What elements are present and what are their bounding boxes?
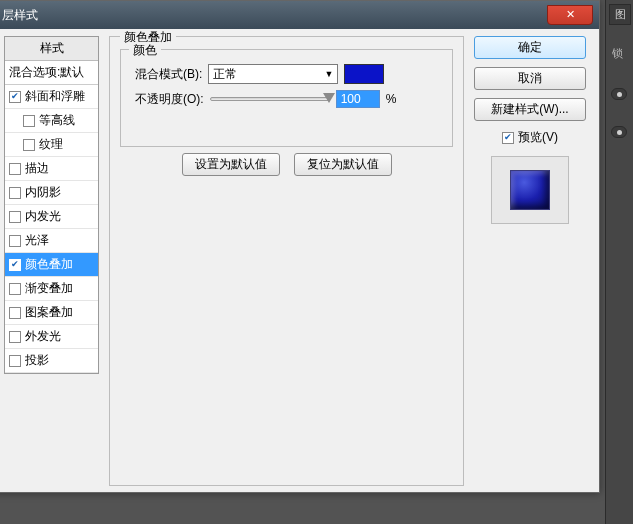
style-row-11[interactable]: 投影 <box>5 349 98 373</box>
style-checkbox[interactable] <box>23 115 35 127</box>
style-checkbox[interactable] <box>9 331 21 343</box>
right-column: 确定 取消 新建样式(W)... 预览(V) <box>474 36 586 224</box>
style-label: 内发光 <box>25 208 61 225</box>
slider-thumb-icon[interactable] <box>323 93 335 103</box>
effect-settings-group: 颜色叠加 颜色 混合模式(B): 正常 ▼ 不透明度(O): <box>109 36 464 486</box>
preview-box <box>491 156 569 224</box>
cancel-button[interactable]: 取消 <box>474 67 586 90</box>
panel-tab[interactable]: 图 <box>609 4 631 25</box>
style-row-9[interactable]: 图案叠加 <box>5 301 98 325</box>
style-label: 描边 <box>25 160 49 177</box>
ok-button[interactable]: 确定 <box>474 36 586 59</box>
preview-checkbox-row[interactable]: 预览(V) <box>474 129 586 146</box>
preview-label: 预览(V) <box>518 129 558 146</box>
style-label: 内阴影 <box>25 184 61 201</box>
blend-mode-row: 混合模式(B): 正常 ▼ <box>135 64 452 84</box>
set-default-button[interactable]: 设置为默认值 <box>182 153 280 176</box>
blend-mode-label: 混合模式(B): <box>135 66 202 83</box>
color-subgroup: 颜色 混合模式(B): 正常 ▼ 不透明度(O): % <box>120 49 453 147</box>
style-label: 投影 <box>25 352 49 369</box>
blend-options-default[interactable]: 混合选项:默认 <box>5 61 98 85</box>
style-label: 外发光 <box>25 328 61 345</box>
close-icon: ✕ <box>566 8 575 20</box>
style-checkbox[interactable] <box>9 211 21 223</box>
style-checkbox[interactable] <box>9 187 21 199</box>
style-checkbox[interactable] <box>9 163 21 175</box>
style-checkbox[interactable] <box>9 307 21 319</box>
style-checkbox[interactable] <box>9 259 21 271</box>
style-row-3[interactable]: 描边 <box>5 157 98 181</box>
style-row-1[interactable]: 等高线 <box>5 109 98 133</box>
lock-label: 锁 <box>612 46 623 61</box>
subgroup-title: 颜色 <box>129 42 161 59</box>
close-button[interactable]: ✕ <box>547 5 593 25</box>
preview-checkbox[interactable] <box>502 132 514 144</box>
panels-strip: 图 锁 <box>605 0 633 524</box>
style-row-6[interactable]: 光泽 <box>5 229 98 253</box>
style-checkbox[interactable] <box>23 139 35 151</box>
titlebar[interactable]: 层样式 ✕ <box>0 1 599 29</box>
style-label: 颜色叠加 <box>25 256 73 273</box>
style-row-10[interactable]: 外发光 <box>5 325 98 349</box>
style-row-8[interactable]: 渐变叠加 <box>5 277 98 301</box>
opacity-label: 不透明度(O): <box>135 91 204 108</box>
chevron-down-icon: ▼ <box>324 69 333 79</box>
blend-mode-select[interactable]: 正常 ▼ <box>208 64 338 84</box>
preview-swatch <box>510 170 550 210</box>
style-label: 纹理 <box>39 136 63 153</box>
style-row-2[interactable]: 纹理 <box>5 133 98 157</box>
styles-header[interactable]: 样式 <box>5 37 98 61</box>
style-label: 光泽 <box>25 232 49 249</box>
style-checkbox[interactable] <box>9 235 21 247</box>
style-row-7[interactable]: 颜色叠加 <box>5 253 98 277</box>
styles-list: 样式 混合选项:默认 斜面和浮雕等高线纹理描边内阴影内发光光泽颜色叠加渐变叠加图… <box>4 36 99 374</box>
opacity-unit: % <box>386 92 397 106</box>
style-label: 图案叠加 <box>25 304 73 321</box>
dialog-title: 层样式 <box>2 7 38 24</box>
style-label: 渐变叠加 <box>25 280 73 297</box>
eye-icon[interactable] <box>611 88 627 100</box>
reset-default-button[interactable]: 复位为默认值 <box>294 153 392 176</box>
style-checkbox[interactable] <box>9 283 21 295</box>
style-label: 斜面和浮雕 <box>25 88 85 105</box>
new-style-button[interactable]: 新建样式(W)... <box>474 98 586 121</box>
style-row-0[interactable]: 斜面和浮雕 <box>5 85 98 109</box>
style-row-5[interactable]: 内发光 <box>5 205 98 229</box>
layer-style-dialog: 层样式 ✕ 样式 混合选项:默认 斜面和浮雕等高线纹理描边内阴影内发光光泽颜色叠… <box>0 0 600 493</box>
style-label: 等高线 <box>39 112 75 129</box>
blend-mode-value: 正常 <box>213 66 237 83</box>
default-buttons-row: 设置为默认值 复位为默认值 <box>110 153 463 176</box>
opacity-input[interactable] <box>336 90 380 108</box>
style-row-4[interactable]: 内阴影 <box>5 181 98 205</box>
eye-icon[interactable] <box>611 126 627 138</box>
dialog-content: 样式 混合选项:默认 斜面和浮雕等高线纹理描边内阴影内发光光泽颜色叠加渐变叠加图… <box>4 36 591 484</box>
color-swatch[interactable] <box>344 64 384 84</box>
opacity-row: 不透明度(O): % <box>135 90 452 108</box>
style-checkbox[interactable] <box>9 91 21 103</box>
style-checkbox[interactable] <box>9 355 21 367</box>
opacity-slider[interactable] <box>210 97 330 101</box>
